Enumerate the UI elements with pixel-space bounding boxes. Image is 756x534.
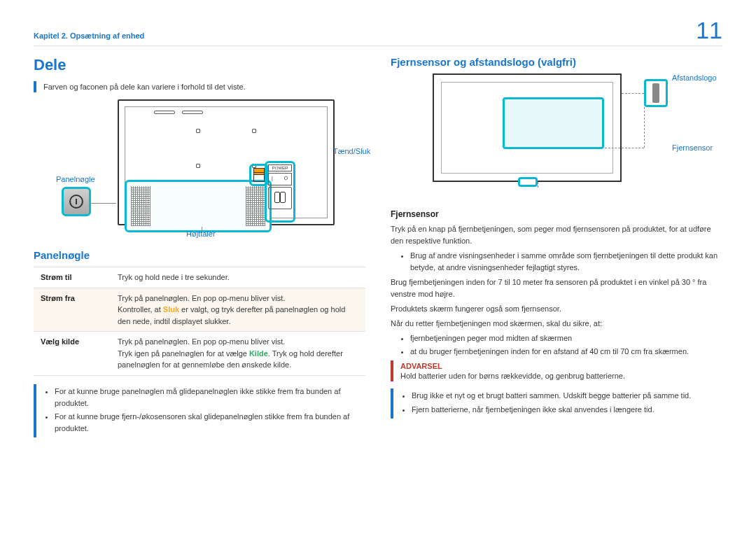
power-switch-icon — [268, 173, 292, 185]
cell-value: Tryk på panelnøglen. En pop op-menu bliv… — [111, 288, 365, 332]
bullet-list: fjernbetjeningen peger mod midten af skæ… — [391, 332, 722, 358]
intro-note: Farven og faconen på dele kan variere i … — [34, 81, 365, 92]
power-button: POWER — [268, 164, 292, 171]
table-row: Strøm til Tryk og hold nede i tre sekund… — [34, 267, 365, 288]
cell-value: Tryk og hold nede i tre sekunder. — [111, 267, 365, 288]
remote-sensor-highlight — [518, 177, 538, 187]
list-item: Brug af andre visningsenheder i samme om… — [410, 250, 722, 274]
diagram-label-power: Tænd/Sluk — [333, 147, 370, 155]
warning-text: Hold batterier uden for børns rækkevidde… — [400, 372, 625, 380]
list-item: Brug ikke et nyt og et brugt batteri sam… — [412, 390, 722, 402]
chapter-label: Kapitel 2. Opsætning af enhed — [34, 31, 144, 40]
column-right: Fjernsensor og afstandslogo (valgfri) Af… — [391, 56, 722, 444]
table-row: Strøm fra Tryk på panelnøglen. En pop op… — [34, 288, 365, 332]
page-header: Kapitel 2. Opsætning af enhed 11 — [34, 24, 722, 44]
diagram-label-sensor: Fjernsensor — [672, 143, 713, 152]
keyword-sluk: Sluk — [163, 305, 179, 314]
cell-key: Vælg kilde — [34, 332, 111, 376]
ir-screen-highlight — [503, 97, 604, 149]
parts-diagram: POWER Panelnøgle Højttaler Tænd/Sluk — [62, 99, 358, 239]
two-columns: Dele Farven og faconen på dele kan varie… — [34, 56, 722, 444]
paragraph: Produktets skærm fungerer også som fjern… — [391, 303, 722, 315]
warning-box: ADVARSEL Hold batterier uden for børns r… — [391, 360, 722, 381]
section-title-dele: Dele — [34, 56, 365, 74]
bullet-list: Brug af andre visningsenheder i samme om… — [391, 250, 722, 274]
subheading-fjernsensor: Fjernsensor — [391, 209, 722, 219]
diagram-label-panelkey: Panelnøgle — [56, 175, 95, 183]
list-item: at du bruger fjernbetjeningen inden for … — [410, 346, 722, 358]
list-item: For at kunne bruge panelnøglen må glidep… — [55, 386, 365, 409]
cell-key: Strøm fra — [34, 288, 111, 332]
column-left: Dele Farven og faconen på dele kan varie… — [34, 56, 365, 444]
diagram-label-logo: Afstandslogo — [672, 73, 717, 82]
panel-key-table: Strøm til Tryk og hold nede i tre sekund… — [34, 267, 365, 376]
power-highlight: POWER — [265, 161, 295, 223]
diagram-label-speaker: Højttaler — [186, 230, 216, 238]
subsection-panelkey: Panelnøgle — [34, 249, 365, 261]
page-root: Kapitel 2. Opsætning af enhed 11 Dele Fa… — [0, 0, 756, 461]
cell-key: Strøm til — [34, 267, 111, 288]
list-item: Fjern batterierne, når fjernbetjeningen … — [412, 404, 722, 416]
list-item: fjernbetjeningen peger mod midten af skæ… — [410, 332, 722, 344]
paragraph: Brug fjernbetjeningen inden for 7 til 10… — [391, 276, 722, 300]
cell-value: Tryk på panelnøglen. En pop op-menu bliv… — [111, 332, 365, 376]
paragraph: Når du retter fjernbetjeningen mod skærm… — [391, 318, 722, 330]
paragraph: Tryk på en knap på fjernbetjeningen, som… — [391, 223, 722, 247]
power-inlet-icon — [268, 187, 292, 209]
page-number: 11 — [696, 17, 722, 44]
panel-notes: For at kunne bruge panelnøglen må glidep… — [34, 384, 365, 437]
table-row: Vælg kilde Tryk på panelnøglen. En pop o… — [34, 332, 365, 376]
warning-title: ADVARSEL — [400, 362, 722, 370]
header-divider — [34, 45, 722, 46]
list-item: For at kunne bruge fjern-/økosensoren sk… — [55, 411, 365, 435]
battery-notes: Brug ikke et nyt og et brugt batteri sam… — [391, 388, 722, 418]
panel-key-highlight — [62, 187, 91, 216]
speaker-highlight — [125, 180, 272, 232]
section-title-sensor: Fjernsensor og afstandslogo (valgfri) — [391, 56, 722, 68]
keyword-kilde: Kilde — [249, 349, 268, 358]
sensor-diagram: Afstandslogo Fjernsensor — [433, 73, 722, 199]
distance-logo-highlight — [644, 79, 668, 107]
